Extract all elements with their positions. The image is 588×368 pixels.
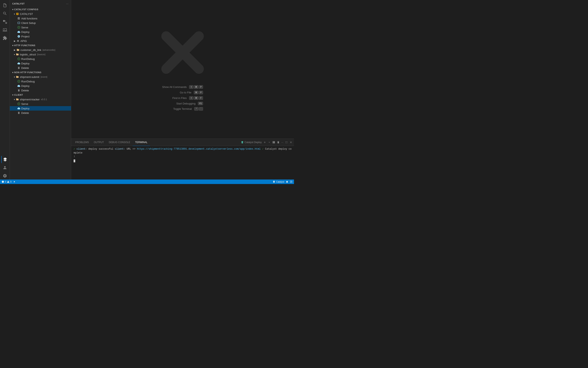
debug-console-tab[interactable]: DEBUG CONSOLE xyxy=(106,139,133,146)
terminal-close-button[interactable] xyxy=(290,141,292,144)
customer-db-link-item[interactable]: ▶ customer_db_link [advancedio] xyxy=(10,48,71,52)
logistic-struct-item[interactable]: ▾ logistic_struct [basicio] ⧉ xyxy=(10,52,71,57)
settings-icon[interactable] xyxy=(1,172,9,180)
client-label: CLIENT xyxy=(14,94,23,96)
terminal-name-label: Catalyst Deploy xyxy=(245,141,262,144)
shipment-submit-item[interactable]: ▾ shipment-submit [event] xyxy=(10,75,71,79)
status-bar-right: Catalyst xyxy=(273,181,292,183)
apig-item[interactable]: ▶ APIG xyxy=(10,39,71,43)
add-functions-label: Add functions xyxy=(21,17,37,20)
catalyst-root-label: CATALYST xyxy=(20,12,33,16)
sidebar-header: CATALYST ··· xyxy=(10,0,71,7)
logistic-struct-badge: [basicio] xyxy=(37,53,45,55)
logistic-delete-item[interactable]: Delete xyxy=(10,66,71,70)
catalyst-serve-icon xyxy=(17,26,20,29)
client-setup-item[interactable]: Client Setup xyxy=(10,21,71,25)
problems-tab[interactable]: PROBLEMS xyxy=(73,139,92,146)
client-section[interactable]: ▾ CLIENT xyxy=(10,93,71,97)
shipment-submit-label: shipment-submit xyxy=(20,75,39,79)
find-in-files-label: Find in Files xyxy=(172,96,187,100)
logistic-delete-icon xyxy=(17,66,20,70)
terminal-cursor-line: ! xyxy=(74,155,292,159)
terminal-tab[interactable]: TERMINAL xyxy=(133,139,150,146)
catalyst-project-item[interactable]: Project xyxy=(10,34,71,39)
apig-chevron: ▶ xyxy=(14,40,16,42)
terminal-content[interactable]: ✓ client: deploy successful client: URL … xyxy=(71,146,294,180)
find-in-files-keys: ⇧ ⌘ F xyxy=(189,96,203,100)
catalyst-project-icon xyxy=(17,35,20,38)
key-f: F xyxy=(199,96,203,100)
show-all-commands-label: Show All Commands xyxy=(162,85,187,89)
source-control-activity-icon[interactable] xyxy=(1,18,9,25)
catalyst-root-chevron: ▾ xyxy=(14,13,15,15)
http-functions-section[interactable]: ▾ HTTP FUNCTIONS xyxy=(10,43,71,48)
logistic-deploy-icon xyxy=(17,62,20,65)
customer-db-link-icon xyxy=(16,48,20,52)
shipment-tracker-icon xyxy=(16,98,19,101)
terminal-trash-button[interactable] xyxy=(277,141,280,144)
catalyst-root-item[interactable]: ▾ CATALYST ⧉ xyxy=(10,12,71,16)
status-bar: 0 0 Catalyst xyxy=(0,180,294,184)
tracker-delete-item[interactable]: Delete xyxy=(10,110,71,115)
key-f5: F5 xyxy=(198,102,203,105)
key-shift2: ⇧ xyxy=(189,96,193,100)
extensions-activity-icon[interactable] xyxy=(1,34,9,42)
search-activity-icon[interactable] xyxy=(1,10,9,17)
shipment-submit-chevron: ▾ xyxy=(14,76,15,78)
terminal-client-label2: client: xyxy=(115,147,127,150)
terminal-more-button[interactable]: ··· xyxy=(281,141,283,144)
activity-bar xyxy=(0,0,10,180)
catalyst-status-item[interactable]: Catalyst xyxy=(273,181,284,183)
account-icon[interactable] xyxy=(1,164,9,171)
terminal-maximize-button[interactable] xyxy=(285,141,288,144)
app-container: CATALYST ··· ▾ CATALYST CONFIGS ▾ CATALY… xyxy=(0,0,294,180)
errors-count: 0 xyxy=(5,181,6,183)
customer-db-link-label: customer_db_link xyxy=(20,48,41,52)
svg-marker-1 xyxy=(18,27,19,28)
layout-status-item[interactable] xyxy=(290,181,292,183)
customer-db-link-badge: [advancedio] xyxy=(43,49,55,51)
catalyst-deploy-item[interactable]: Deploy xyxy=(10,30,71,34)
catalyst-activity-icon[interactable] xyxy=(1,156,9,163)
terminal-chevron-down[interactable] xyxy=(268,141,271,144)
command-list: Show All Commands ⇧ ⌘ P Go to File ⌘ P xyxy=(162,85,203,110)
logistic-deploy-item[interactable]: Deploy xyxy=(10,61,71,66)
add-functions-icon xyxy=(17,17,20,20)
shipment-run-icon xyxy=(17,80,20,83)
logistic-run-debug-item[interactable]: Run/Debug xyxy=(10,57,71,61)
catalyst-status-icon xyxy=(273,181,275,183)
files-icon[interactable] xyxy=(1,2,9,9)
notification-status-item[interactable] xyxy=(286,181,288,183)
non-http-functions-section[interactable]: ▾ NON HTTP FUNCTIONS xyxy=(10,70,71,75)
shipment-submit-badge: [event] xyxy=(40,76,47,78)
key-shift: ⇧ xyxy=(189,85,193,89)
add-functions-item[interactable]: Add functions xyxy=(10,16,71,21)
show-all-commands-item: Show All Commands ⇧ ⌘ P xyxy=(162,85,203,89)
shipment-deploy-item[interactable]: Deploy xyxy=(10,84,71,88)
output-tab[interactable]: OUTPUT xyxy=(92,139,106,146)
shipment-run-debug-item[interactable]: Run/Debug xyxy=(10,79,71,84)
run-debug-activity-icon[interactable] xyxy=(1,26,9,34)
terminal-tab-label: TERMINAL xyxy=(135,141,148,144)
tracker-deploy-item[interactable]: Deploy xyxy=(10,106,71,110)
tracker-serve-item[interactable]: Serve xyxy=(10,101,71,106)
shipment-delete-item[interactable]: Delete xyxy=(10,88,71,93)
errors-status-item[interactable]: 0 0 xyxy=(2,181,11,183)
terminal-add-button[interactable] xyxy=(263,141,266,144)
notification-icon xyxy=(286,181,288,183)
terminal-output-line: ✓ client: deploy successful client: URL … xyxy=(74,147,292,155)
run-status-item[interactable] xyxy=(13,181,16,183)
toggle-terminal-label: Toggle Terminal xyxy=(173,107,192,110)
catalyst-configs-section[interactable]: ▾ CATALYST CONFIGS xyxy=(10,7,71,12)
key-backtick: ` xyxy=(199,107,203,110)
sidebar: CATALYST ··· ▾ CATALYST CONFIGS ▾ CATALY… xyxy=(10,0,71,180)
key-cmd3: ⌘ xyxy=(194,96,199,100)
shipment-tracker-item[interactable]: ▾ shipment-tracker v0.0.1 xyxy=(10,97,71,101)
key-p: P xyxy=(199,85,203,89)
sidebar-more-button[interactable]: ··· xyxy=(66,2,68,5)
catalyst-serve-item[interactable]: Serve xyxy=(10,25,71,30)
terminal-prompt: ! xyxy=(74,155,75,158)
terminal-catalyst-icon xyxy=(241,141,244,144)
terminal-split-button[interactable] xyxy=(272,141,275,144)
key-cmd: ⌘ xyxy=(194,85,199,89)
